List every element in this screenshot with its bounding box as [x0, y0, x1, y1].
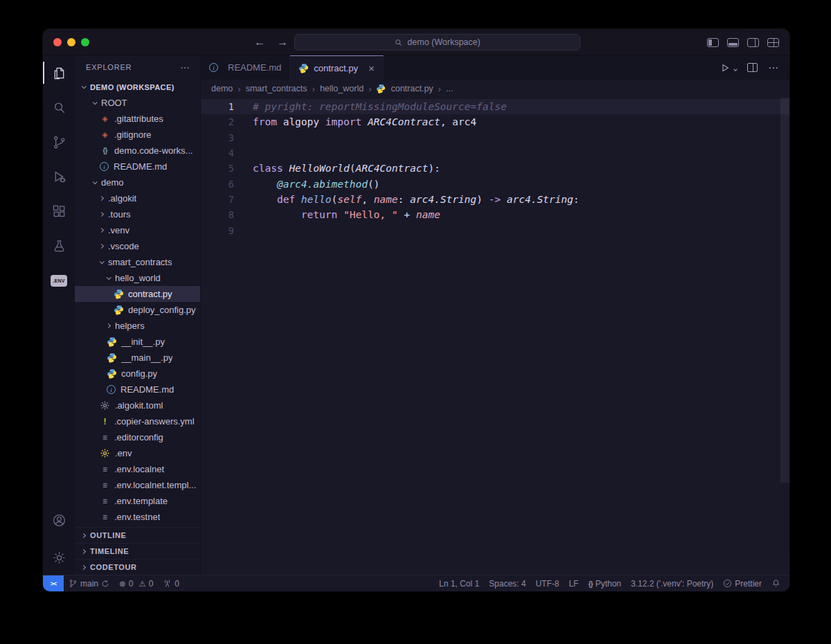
code-text: from algopy import ARC4Contract, arc4 — [253, 116, 476, 127]
tree-item-init-py[interactable]: __init__.py — [75, 334, 200, 350]
ports-status[interactable]: 0 — [158, 575, 184, 591]
code-line[interactable]: 1# pyright: reportMissingModuleSource=fa… — [201, 99, 789, 114]
tab-readme[interactable]: i README.md — [201, 55, 290, 80]
panel-timeline[interactable]: TIMELINE — [75, 543, 200, 559]
activity-settings[interactable] — [43, 540, 75, 575]
sync-icon — [101, 580, 109, 588]
code-text: return "Hello, " + name — [253, 209, 440, 220]
tree-item-main-py[interactable]: __main__.py — [75, 350, 200, 366]
minimize-window-button[interactable] — [67, 38, 75, 46]
activity-search[interactable] — [43, 90, 75, 125]
activity-extensions[interactable] — [43, 194, 75, 229]
tree-item-algokit[interactable]: .algokit — [75, 190, 200, 206]
formatter-status[interactable]: Prettier — [718, 575, 767, 591]
tree-item-copier-answers-yml[interactable]: !.copier-answers.yml — [75, 413, 200, 429]
titlebar: ← → demo (Workspace) — [43, 29, 789, 55]
back-icon[interactable]: ← — [254, 36, 265, 48]
interpreter-label: 3.12.2 ('.venv': Poetry) — [631, 579, 713, 589]
tree-item-editorconfig[interactable]: ≡.editorconfig — [75, 429, 200, 445]
code-line[interactable]: 3 — [201, 130, 789, 145]
tab-contract[interactable]: contract.py × — [290, 55, 383, 80]
breadcrumb-item[interactable]: demo — [211, 84, 233, 93]
activity-testing[interactable] — [43, 229, 75, 263]
close-icon[interactable]: × — [368, 62, 375, 74]
tree-item-deploy-config-py[interactable]: deploy_config.py — [75, 302, 200, 318]
tree-item-contract-py[interactable]: contract.py — [75, 286, 200, 302]
gear-icon — [51, 550, 67, 566]
code-line[interactable]: 8 return "Hello, " + name — [201, 207, 789, 222]
breadcrumb-item[interactable]: ... — [446, 84, 453, 93]
activity-explorer[interactable] — [43, 55, 75, 90]
more-actions-icon[interactable]: ⋯ — [768, 62, 778, 74]
toggle-primary-sidebar-icon[interactable] — [707, 38, 719, 47]
line-number: 7 — [201, 194, 234, 205]
customize-layout-icon[interactable] — [767, 38, 779, 47]
tree-item-env-localnet-templ[interactable]: ≡.env.localnet.templ... — [75, 477, 200, 493]
breadcrumb-item[interactable]: smart_contracts — [246, 84, 307, 93]
tree-item-env[interactable]: .env — [75, 445, 200, 461]
tree-item-gitignore[interactable]: ◈.gitignore — [75, 127, 200, 143]
branch-status[interactable]: main — [64, 575, 114, 591]
eol[interactable]: LF — [564, 575, 583, 591]
cursor-position[interactable]: Ln 1, Col 1 — [434, 575, 484, 591]
code-editor[interactable]: 1# pyright: reportMissingModuleSource=fa… — [201, 98, 789, 575]
tree-item-root[interactable]: ROOT — [75, 95, 200, 111]
tree-item-hello-world[interactable]: hello_world — [75, 270, 200, 286]
command-center[interactable]: demo (Workspace) — [294, 34, 580, 51]
check-circle-icon — [723, 579, 732, 588]
code-line[interactable]: 2from algopy import ARC4Contract, arc4 — [201, 114, 789, 129]
activity-run-debug[interactable] — [43, 159, 75, 194]
python-icon — [114, 305, 124, 315]
activity-env-extension[interactable]: .ENV — [43, 263, 75, 298]
notifications[interactable] — [767, 575, 785, 591]
activity-source-control[interactable] — [43, 125, 75, 159]
problems-status[interactable]: ⊗ 0 ⚠ 0 — [114, 575, 158, 591]
tree-item-config-py[interactable]: config.py — [75, 366, 200, 382]
files-icon — [51, 65, 67, 81]
panel-codetour[interactable]: CODETOUR — [75, 559, 200, 575]
python-interpreter[interactable]: 3.12.2 ('.venv': Poetry) — [626, 575, 718, 591]
language-mode[interactable]: {} Python — [583, 575, 626, 591]
git-branch-icon — [69, 579, 78, 588]
close-window-button[interactable] — [53, 38, 62, 46]
tree-item-vscode[interactable]: .vscode — [75, 238, 200, 254]
tree-item-tours[interactable]: .tours — [75, 206, 200, 222]
tree-item-smart-contracts[interactable]: smart_contracts — [75, 254, 200, 270]
code-line[interactable]: 4 — [201, 145, 789, 161]
split-editor-icon[interactable] — [747, 63, 758, 72]
tree-item-env-template[interactable]: ≡.env.template — [75, 493, 200, 509]
forward-icon[interactable]: → — [277, 36, 288, 48]
breadcrumb-item[interactable]: hello_world — [320, 84, 364, 93]
chevron-down-icon[interactable] — [733, 67, 738, 71]
tree-item-env-testnet[interactable]: ≡.env.testnet — [75, 509, 200, 525]
toggle-panel-icon[interactable] — [727, 38, 739, 47]
indentation[interactable]: Spaces: 4 — [484, 575, 530, 591]
tree-item-helpers[interactable]: helpers — [75, 318, 200, 334]
panel-outline[interactable]: OUTLINE — [75, 527, 200, 543]
tree-item-readme-md[interactable]: iREADME.md — [75, 159, 200, 175]
encoding[interactable]: UTF-8 — [530, 575, 564, 591]
remote-indicator[interactable]: >< — [43, 575, 64, 591]
sidebar-title: EXPLORER — [86, 63, 132, 71]
code-line[interactable]: 9 — [201, 222, 789, 238]
tree-item-demo[interactable]: demo — [75, 175, 200, 190]
code-line[interactable]: 5class HelloWorld(ARC4Contract): — [201, 161, 789, 176]
scrollbar[interactable] — [780, 98, 789, 483]
tree-item-venv[interactable]: .venv — [75, 222, 200, 238]
more-actions-icon[interactable]: ⋯ — [180, 62, 190, 73]
tree-item-gitattributes[interactable]: ◈.gitattributes — [75, 111, 200, 127]
tree-item-algokit-toml[interactable]: .algokit.toml — [75, 397, 200, 413]
code-line[interactable]: 7 def hello(self, name: arc4.String) -> … — [201, 192, 789, 207]
code-line[interactable]: 6 @arc4.abimethod() — [201, 176, 789, 191]
zoom-window-button[interactable] — [81, 38, 89, 46]
tree-item-demo-code-works[interactable]: {}demo.code-works... — [75, 143, 200, 159]
tree-item-label: __main__.py — [121, 352, 172, 363]
toggle-secondary-sidebar-icon[interactable] — [747, 38, 759, 47]
chevron-down-icon — [93, 179, 98, 184]
run-icon[interactable] — [720, 63, 730, 73]
tree-item-env-localnet[interactable]: ≡.env.localnet — [75, 461, 200, 477]
workspace-root[interactable]: DEMO (WORKSPACE) — [75, 79, 200, 95]
breadcrumb-item[interactable]: contract.py — [391, 84, 433, 93]
tree-item-readme-md[interactable]: iREADME.md — [75, 382, 200, 397]
activity-accounts[interactable] — [43, 503, 75, 537]
